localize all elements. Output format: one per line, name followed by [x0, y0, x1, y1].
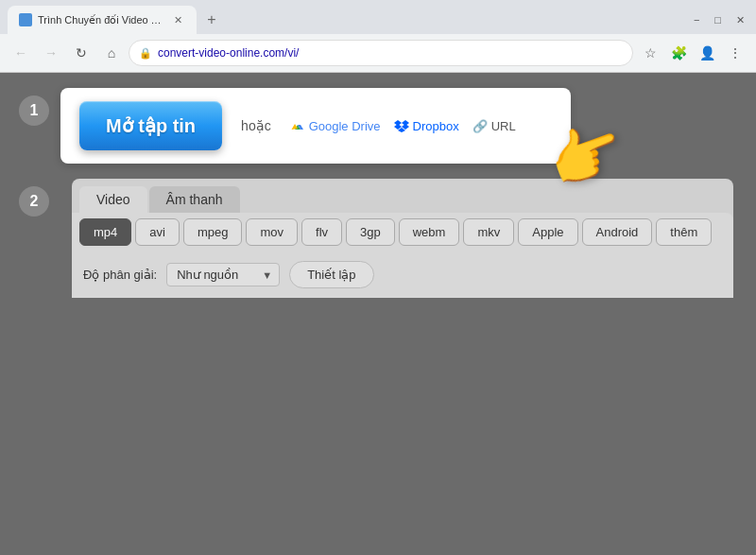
- menu-icon[interactable]: ⋮: [722, 40, 748, 66]
- cloud-options: Google Drive Dropbox 🔗: [290, 118, 516, 133]
- step2-number: 2: [19, 186, 49, 217]
- step1-content: Mở tập tin hoặc Google Drive: [60, 88, 737, 164]
- format-flv[interactable]: flv: [301, 218, 342, 246]
- tab-favicon: [19, 13, 32, 26]
- google-drive-option[interactable]: Google Drive: [290, 118, 381, 133]
- or-text: hoặc: [241, 118, 271, 133]
- settings-button[interactable]: Thiết lập: [289, 261, 373, 288]
- format-mkv[interactable]: mkv: [463, 218, 514, 246]
- format-mp4[interactable]: mp4: [79, 218, 131, 246]
- new-tab-button[interactable]: +: [200, 9, 223, 31]
- google-drive-icon: [290, 118, 305, 133]
- format-android[interactable]: Android: [582, 218, 653, 246]
- resolution-row: Độ phân giải: Như nguồn ▼ Thiết lập: [72, 251, 733, 298]
- format-apple[interactable]: Apple: [518, 218, 577, 246]
- title-bar: Trình Chuyển đổi Video Trực tuyế... ✕ + …: [0, 0, 756, 34]
- url-text: convert-video-online.com/vi/: [158, 46, 623, 60]
- url-option[interactable]: 🔗 URL: [472, 119, 516, 133]
- format-panel: Video Âm thanh mp4 avi mpeg mov flv 3gp …: [72, 179, 733, 298]
- resolution-label: Độ phân giải:: [83, 268, 157, 282]
- forward-button[interactable]: →: [38, 40, 64, 66]
- dropbox-icon: [394, 118, 409, 133]
- minimize-button[interactable]: −: [694, 14, 699, 26]
- browser-tab[interactable]: Trình Chuyển đổi Video Trực tuyế... ✕: [8, 6, 197, 34]
- format-list: mp4 avi mpeg mov flv 3gp webm mkv Apple …: [72, 213, 733, 251]
- step1-number: 1: [19, 95, 49, 126]
- back-button[interactable]: ←: [8, 40, 34, 66]
- format-mpeg[interactable]: mpeg: [183, 218, 243, 246]
- format-mov[interactable]: mov: [246, 218, 298, 246]
- resolution-select[interactable]: Như nguồn: [166, 263, 280, 286]
- format-more[interactable]: thêm: [656, 218, 712, 246]
- upload-box: Mở tập tin hoặc Google Drive: [60, 88, 571, 164]
- dropbox-option[interactable]: Dropbox: [394, 118, 459, 133]
- tab-audio[interactable]: Âm thanh: [149, 186, 240, 213]
- format-webm[interactable]: webm: [399, 218, 460, 246]
- step1-row: 1 Mở tập tin hoặc: [0, 73, 756, 179]
- step2-row: 2 Video Âm thanh mp4 avi mpeg mov flv 3g…: [0, 179, 756, 313]
- toolbar-right-icons: ☆ 🧩 👤 ⋮: [637, 40, 748, 66]
- format-avi[interactable]: avi: [135, 218, 180, 246]
- tab-close-button[interactable]: ✕: [170, 12, 185, 27]
- tab-label: Trình Chuyển đổi Video Trực tuyế...: [38, 14, 164, 26]
- browser-chrome: Trình Chuyển đổi Video Trực tuyế... ✕ + …: [0, 0, 756, 73]
- format-tabs: Video Âm thanh: [72, 179, 733, 213]
- link-icon: 🔗: [472, 119, 488, 133]
- step2-content: Video Âm thanh mp4 avi mpeg mov flv 3gp …: [60, 179, 737, 298]
- google-drive-label: Google Drive: [309, 119, 381, 133]
- lock-icon: 🔒: [139, 47, 152, 60]
- address-bar[interactable]: 🔒 convert-video-online.com/vi/: [129, 40, 633, 66]
- profile-icon[interactable]: 👤: [694, 40, 720, 66]
- maximize-button[interactable]: □: [714, 14, 721, 26]
- page-content: 1 Mở tập tin hoặc: [0, 73, 756, 555]
- format-3gp[interactable]: 3gp: [346, 218, 395, 246]
- open-file-button[interactable]: Mở tập tin: [79, 101, 222, 150]
- browser-toolbar: ← → ↻ ⌂ 🔒 convert-video-online.com/vi/ ☆…: [0, 34, 756, 72]
- bookmark-icon[interactable]: ☆: [637, 40, 663, 66]
- refresh-button[interactable]: ↻: [68, 40, 94, 66]
- dropbox-label: Dropbox: [413, 119, 459, 133]
- window-controls: − □ ✕: [694, 14, 748, 26]
- extension-icon[interactable]: 🧩: [665, 40, 692, 66]
- tab-video[interactable]: Video: [79, 186, 147, 213]
- home-button[interactable]: ⌂: [98, 40, 125, 66]
- url-label: URL: [491, 119, 516, 133]
- close-button[interactable]: ✕: [736, 14, 745, 26]
